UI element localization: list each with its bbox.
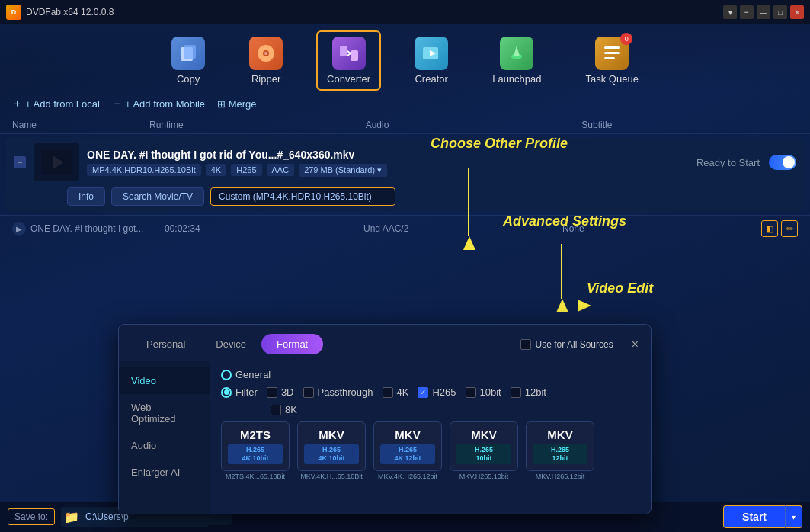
cb-h265[interactable]: ✓ H265 xyxy=(418,386,456,398)
merge-label: ⊞ Merge xyxy=(217,98,256,110)
settings-btn[interactable]: ▾ xyxy=(723,5,737,19)
sidebar-audio[interactable]: Audio xyxy=(119,432,210,459)
nav-taskqueue-label: Task Queue xyxy=(586,73,639,85)
add-local-btn[interactable]: ＋ + Add from Local xyxy=(12,97,100,111)
nav-launchpad-label: Launchpad xyxy=(492,73,541,85)
cb-10bit-box[interactable] xyxy=(466,387,476,398)
format-card-mkv4-title: MKV xyxy=(533,428,587,441)
svg-rect-6 xyxy=(351,50,358,61)
tab-device[interactable]: Device xyxy=(200,334,261,354)
file-list-runtime: 00:02:34 xyxy=(165,223,363,234)
tab-format[interactable]: Format xyxy=(261,334,323,354)
cb-8k[interactable]: 8K xyxy=(271,404,297,415)
minimize-btn[interactable]: — xyxy=(757,5,770,19)
format-card-mkv4[interactable]: MKV H.26512bit xyxy=(526,421,594,471)
format-card-mkv1-badge: H.2654K 10bit xyxy=(304,444,359,464)
format-card-mkv3[interactable]: MKV H.26510bit xyxy=(450,421,518,471)
nav-taskqueue[interactable]: 0 Task Queue xyxy=(575,30,649,91)
title-bar: D DVDFab x64 12.0.0.8 ▾ ≡ — □ ✕ xyxy=(0,0,810,24)
folder-icon: 📁 xyxy=(64,510,79,524)
format-card-mkv3-title: MKV xyxy=(456,428,511,441)
cb-4k-box[interactable] xyxy=(383,387,393,398)
tag-audio: AAC xyxy=(267,164,295,176)
start-btn[interactable]: Start xyxy=(723,505,785,528)
title-bar-controls[interactable]: ▾ ≡ — □ ✕ xyxy=(723,5,804,19)
filter-row-2: Filter 3D Passthrough 4K ✓ H265 xyxy=(221,386,640,398)
maximize-btn[interactable]: □ xyxy=(773,5,787,19)
sidebar-video[interactable]: Video xyxy=(119,367,210,394)
info-btn[interactable]: Info xyxy=(67,187,105,206)
taskqueue-icon: 0 xyxy=(595,37,629,70)
collapse-btn[interactable]: − xyxy=(14,156,26,168)
use-all-sources-checkbox[interactable] xyxy=(520,339,531,350)
dialog-close-btn[interactable]: × xyxy=(632,338,639,351)
launchpad-icon xyxy=(500,37,533,70)
format-card-mkv2-title: MKV xyxy=(380,428,435,441)
add-mobile-btn[interactable]: ＋ + Add from Mobile xyxy=(112,97,205,111)
app-title: DVDFab x64 12.0.0.8 xyxy=(26,7,114,18)
use-all-sources-label: Use for All Sources xyxy=(536,339,613,350)
format-label-m2ts: M2TS.4K...65.10Bit xyxy=(221,473,290,480)
dialog-main: General Filter 3D Passthrough xyxy=(210,361,651,514)
start-btn-wrap: Start ▾ xyxy=(723,505,802,528)
file-tags: MP4.4K.HDR10.H265.10Bit 4K H265 AAC 279 … xyxy=(87,164,689,177)
radio-general-dot[interactable] xyxy=(221,370,232,380)
profile-select[interactable]: Custom (MP4.4K.HDR10.H265.10Bit) xyxy=(210,187,395,206)
add-mobile-icon: ＋ xyxy=(112,97,122,111)
svg-marker-10 xyxy=(514,46,520,56)
search-btn[interactable]: Search Movie/TV xyxy=(111,187,204,206)
format-card-m2ts[interactable]: M2TS H.2654K 10bit xyxy=(221,421,290,471)
cb-12bit[interactable]: 12bit xyxy=(511,386,546,398)
format-label-mkv4: MKV.H265.12bit xyxy=(526,473,594,480)
file-list-row: ▶ ONE DAY. #I thought I got... 00:02:34 … xyxy=(0,215,810,242)
taskqueue-badge: 0 xyxy=(620,33,632,45)
nav-launchpad[interactable]: Launchpad xyxy=(482,30,552,91)
crop-edit-btn[interactable]: ◧ xyxy=(761,220,778,237)
cb-4k[interactable]: 4K xyxy=(383,386,409,398)
format-card-mkv4-badge: H.26512bit xyxy=(533,444,587,464)
nav-ripper[interactable]: Ripper xyxy=(239,30,293,91)
expand-btn[interactable]: ▶ xyxy=(12,222,26,236)
tab-personal[interactable]: Personal xyxy=(131,334,200,354)
filter-row-1: General xyxy=(221,369,640,380)
dropdown-arrow[interactable]: ▾ xyxy=(377,165,382,175)
nav-creator[interactable]: Creator xyxy=(404,30,459,91)
cb-3d-box[interactable] xyxy=(267,387,277,398)
format-card-mkv2[interactable]: MKV H.2654K 12bit xyxy=(373,421,442,471)
use-all-sources: Use for All Sources xyxy=(520,339,613,350)
file-row-buttons: Info Search Movie/TV Custom (MP4.4K.HDR1… xyxy=(14,187,796,206)
file-thumbnail xyxy=(34,143,79,181)
nav-copy[interactable]: Copy xyxy=(161,30,216,91)
file-toggle[interactable] xyxy=(769,155,796,170)
start-dropdown-btn[interactable]: ▾ xyxy=(785,505,802,528)
sidebar-web-optimized[interactable]: Web Optimized xyxy=(119,394,210,432)
nav-converter[interactable]: Converter xyxy=(316,30,381,91)
format-cards: M2TS H.2654K 10bit MKV H.2654K 10bit MKV… xyxy=(221,421,640,471)
add-local-icon: ＋ xyxy=(12,97,22,111)
file-size-value: 279 MB (Standard) xyxy=(304,165,375,175)
col-audio: Audio xyxy=(366,120,582,130)
cb-8k-box[interactable] xyxy=(271,405,281,415)
cb-3d[interactable]: 3D xyxy=(267,386,294,398)
wifi-btn[interactable]: ≡ xyxy=(740,5,754,19)
cb-10bit[interactable]: 10bit xyxy=(466,386,501,398)
video-edit-btn[interactable]: ✏ xyxy=(781,220,798,237)
svg-point-4 xyxy=(264,52,267,55)
merge-btn[interactable]: ⊞ Merge xyxy=(217,98,256,110)
radio-filter-dot[interactable] xyxy=(221,387,232,398)
format-card-mkv1[interactable]: MKV H.2654K 10bit xyxy=(297,421,366,471)
radio-general-label: General xyxy=(235,369,271,380)
radio-filter[interactable]: Filter xyxy=(221,386,258,398)
sidebar-enlarger-ai[interactable]: Enlarger AI xyxy=(119,459,210,486)
cb-passthrough-box[interactable] xyxy=(303,387,314,398)
format-card-mkv1-title: MKV xyxy=(304,428,359,441)
close-btn[interactable]: ✕ xyxy=(790,5,804,19)
tag-res: 4K xyxy=(206,164,226,176)
radio-general[interactable]: General xyxy=(221,369,271,380)
nav-bar: Copy Ripper Converter Creator Launchpad … xyxy=(0,24,810,91)
format-label-mkv3: MKV.H265.10bit xyxy=(450,473,518,480)
cb-h265-box[interactable]: ✓ xyxy=(418,387,428,398)
format-dialog: Personal Device Format Use for All Sourc… xyxy=(118,324,652,514)
cb-passthrough[interactable]: Passthrough xyxy=(303,386,373,398)
cb-12bit-box[interactable] xyxy=(511,387,521,398)
